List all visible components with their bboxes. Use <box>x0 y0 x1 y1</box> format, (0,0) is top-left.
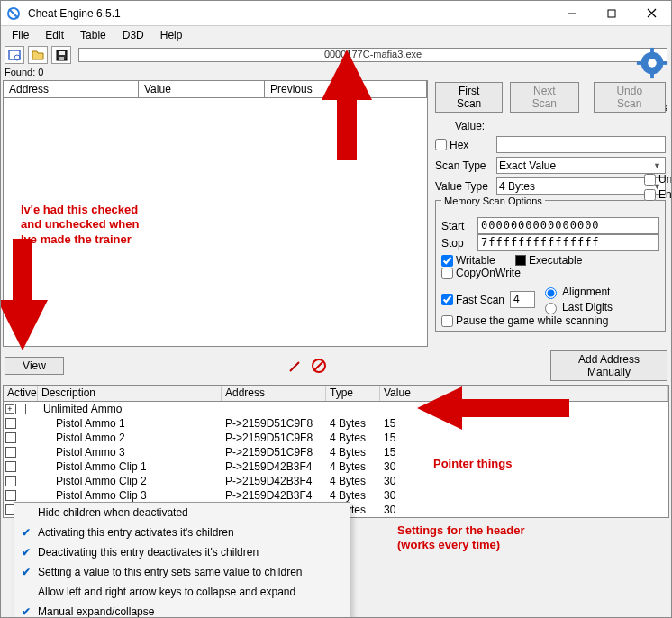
context-menu-item[interactable]: Hide children when deactivated <box>14 503 350 523</box>
bottom-bar: View Add Address Manually <box>1 349 671 383</box>
fastscan-value-input[interactable]: 4 <box>510 291 535 308</box>
mid-area: Address Value Previous First Scan Next S… <box>1 78 671 349</box>
cell-description: Pistol Ammo Clip 2 <box>38 475 222 487</box>
app-window: Cheat Engine 6.5.1 File Edit Table D3D H… <box>0 0 672 618</box>
value-type-select[interactable]: 4 Bytes▼ <box>496 177 666 195</box>
context-menu-label: Hide children when deactivated <box>38 506 350 519</box>
col-address[interactable]: Address <box>4 81 139 97</box>
active-checkbox[interactable] <box>5 461 16 472</box>
menubar: File Edit Table D3D Help <box>1 26 671 44</box>
menu-help[interactable]: Help <box>153 28 190 42</box>
writable-checkbox[interactable]: Writable <box>441 254 499 267</box>
menu-edit[interactable]: Edit <box>38 28 71 42</box>
cell-value: 30 <box>380 475 434 487</box>
scan-type-select[interactable]: Exact Value▼ <box>496 157 666 174</box>
context-menu[interactable]: Hide children when deactivated✔Activatin… <box>14 502 350 618</box>
cth-desc[interactable]: Description <box>38 386 222 401</box>
table-row[interactable]: Pistol Ammo 1P->2159D51C9F84 Bytes15 <box>4 416 668 431</box>
close-button[interactable] <box>631 1 671 26</box>
results-body[interactable] <box>3 98 428 347</box>
undo-scan-button[interactable]: Undo Scan <box>594 82 666 113</box>
cell-value: 30 <box>380 504 434 516</box>
scan-results-pane: Address Value Previous <box>1 78 430 349</box>
svg-rect-13 <box>650 72 654 79</box>
context-menu-item[interactable]: ✔Activating this entry activates it's ch… <box>14 523 350 542</box>
cell-type: 4 Bytes <box>326 446 380 459</box>
context-menu-item[interactable]: ✔Setting a value to this entry sets same… <box>14 562 350 582</box>
context-menu-item[interactable]: Allow left and right arrow keys to colla… <box>14 582 350 602</box>
active-checkbox[interactable] <box>5 432 16 443</box>
add-address-manually-button[interactable]: Add Address Manually <box>550 350 667 381</box>
no-access-icon[interactable] <box>310 357 328 375</box>
cell-value: 15 <box>380 432 434 444</box>
cheat-table-body[interactable]: +Unlimited AmmoPistol Ammo 1P->2159D51C9… <box>4 402 668 517</box>
active-checkbox[interactable] <box>5 418 16 429</box>
cth-active[interactable]: Active <box>4 386 38 401</box>
next-scan-button[interactable]: Next Scan <box>510 82 578 113</box>
cell-address: P->2159D51C9F8 <box>222 417 326 430</box>
value-input[interactable] <box>496 136 666 153</box>
stop-address-input[interactable]: 7fffffffffffffff <box>477 234 659 251</box>
save-button[interactable] <box>51 46 71 64</box>
first-scan-button[interactable]: First Scan <box>435 82 503 113</box>
executable-checkbox[interactable]: Executable <box>515 254 582 267</box>
context-menu-item[interactable]: ✔Deactivating this entry deactivates it'… <box>14 542 350 562</box>
cth-addr[interactable]: Address <box>222 386 326 401</box>
hex-checkbox[interactable]: Hex <box>435 139 493 151</box>
titlebar: Cheat Engine 6.5.1 <box>1 1 671 26</box>
cell-type: 4 Bytes <box>326 460 380 473</box>
scan-options-pane: First Scan Next Scan Undo Scan Value: He… <box>430 78 671 349</box>
minimize-button[interactable] <box>552 1 592 26</box>
context-menu-label: Setting a value to this entry sets same … <box>38 566 350 578</box>
maximize-button[interactable] <box>592 1 631 26</box>
svg-rect-9 <box>59 57 64 60</box>
cell-description: Pistol Ammo Clip 1 <box>38 460 222 473</box>
svg-rect-8 <box>59 51 65 55</box>
arrow-down-icon <box>0 300 48 350</box>
table-row[interactable]: Pistol Ammo Clip 3P->2159D42B3F44 Bytes3… <box>4 488 668 503</box>
cell-type: 4 Bytes <box>326 489 380 502</box>
context-menu-item[interactable]: ✔Manual expand/collapse <box>14 602 350 618</box>
expand-icon[interactable]: + <box>5 404 14 414</box>
table-row[interactable]: Pistol Ammo 2P->2159D51C9F84 Bytes15 <box>4 431 668 445</box>
memory-view-button[interactable]: View <box>5 357 64 375</box>
app-icon <box>5 5 23 23</box>
open-file-button[interactable] <box>28 46 48 64</box>
svg-rect-14 <box>637 61 644 65</box>
cth-type[interactable]: Type <box>326 386 380 401</box>
table-row[interactable]: Pistol Ammo Clip 2P->2159D42B3F44 Bytes3… <box>4 474 668 488</box>
col-value[interactable]: Value <box>139 81 265 97</box>
menu-table[interactable]: Table <box>73 28 114 42</box>
open-process-button[interactable] <box>5 46 24 64</box>
cell-type: 4 Bytes <box>326 417 380 430</box>
table-row[interactable]: Pistol Ammo 3P->2159D51C9F84 Bytes15 <box>4 445 668 459</box>
copyonwrite-checkbox[interactable]: CopyOnWrite <box>441 267 521 279</box>
cell-value: 30 <box>380 489 434 502</box>
cell-description: Pistol Ammo Clip 3 <box>38 489 222 502</box>
check-icon: ✔ <box>14 605 38 618</box>
menu-file[interactable]: File <box>5 28 36 42</box>
active-checkbox[interactable] <box>5 490 16 501</box>
active-checkbox[interactable] <box>5 476 16 486</box>
memory-scan-options: Memory Scan Options Start 00000000000000… <box>435 200 666 332</box>
settings-gear-icon[interactable] <box>635 46 669 80</box>
pause-game-checkbox[interactable]: Pause the game while scanning <box>441 314 608 327</box>
active-checkbox[interactable] <box>15 404 26 414</box>
speedhack-checkbox[interactable]: Enable Speedhack <box>644 188 672 201</box>
scan-type-label: Scan Type <box>435 159 493 172</box>
fastscan-checkbox[interactable]: Fast Scan <box>441 294 504 306</box>
alignment-radio[interactable]: Alignment <box>540 285 613 299</box>
active-checkbox[interactable] <box>5 447 16 458</box>
title-text: Cheat Engine 6.5.1 <box>26 7 552 20</box>
cell-value: 15 <box>380 446 434 459</box>
cell-address: P->2159D51C9F8 <box>222 432 326 444</box>
lastdigits-radio[interactable]: Last Digits <box>540 300 613 314</box>
unrandomizer-checkbox[interactable]: Unrandomizer <box>644 173 672 186</box>
cell-description: Unlimited Ammo <box>38 403 222 415</box>
cell-type: 4 Bytes <box>326 432 380 444</box>
menu-d3d[interactable]: D3D <box>115 28 151 42</box>
table-row[interactable]: Pistol Ammo Clip 1P->2159D42B3F44 Bytes3… <box>4 459 668 474</box>
auto-assemble-icon[interactable] <box>286 357 304 375</box>
start-address-input[interactable]: 0000000000000000 <box>477 217 659 234</box>
check-icon: ✔ <box>14 546 38 559</box>
